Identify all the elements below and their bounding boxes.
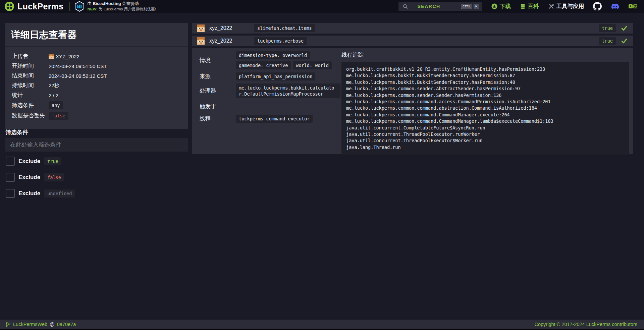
context-badge: gamemode: creative: [236, 61, 291, 69]
search-label: SEARCH: [418, 4, 440, 9]
field-context: 情境 dimension-type: overworld gamemode: c…: [200, 51, 340, 69]
exclude-filters: Exclude true Exclude false Exclude undef…: [6, 157, 75, 205]
log-entry-row[interactable]: xyz_2022 slimefun.cheat.items true: [192, 23, 633, 34]
meta-label: 开始时间: [12, 62, 49, 70]
uploader-value[interactable]: XYZ_2022: [49, 54, 79, 59]
exclude-false-badge: false: [44, 173, 64, 181]
search-icon: [402, 4, 408, 9]
translate-wen-icon: 文: [633, 4, 637, 8]
field-label-processor: 处理器: [200, 87, 236, 95]
filter-mode-badge: any: [49, 101, 63, 109]
footer-repo-link[interactable]: LuckPermsWeb @ 0a70e7a: [5, 322, 76, 327]
discord-link[interactable]: [611, 2, 620, 11]
context-badge: world: world: [293, 61, 332, 69]
search-shortcut: CTRL K: [461, 4, 479, 9]
player-avatar: [197, 24, 205, 32]
trace-line: me.lucko.luckperms.bukkit.BukkitSenderFa…: [346, 79, 624, 86]
trace-line: me.lucko.luckperms.common.command.Comman…: [346, 112, 624, 118]
field-label-thread: 线程: [200, 115, 236, 122]
result-badge: true: [599, 24, 616, 32]
k-key-badge: K: [474, 4, 479, 9]
end-time-value: 2024-03-24 09:52:12 CST: [49, 73, 107, 79]
meta-row-count: 统计 2 / 2: [12, 92, 182, 99]
player-name: xyz_2022: [209, 25, 232, 31]
git-branch-icon: [5, 322, 11, 327]
field-label-context: 情境: [200, 57, 236, 64]
meta-label: 数据是否丢失: [12, 112, 49, 119]
meta-label: 筛选条件: [12, 102, 49, 109]
trace-line: me.lucko.luckperms.common.command.access…: [346, 99, 624, 105]
meta-row-filter: 筛选条件 any: [12, 101, 182, 109]
trace-line: org.bukkit.craftbukkit.v1_20_R3.entity.C…: [346, 66, 624, 72]
exclude-true-badge: true: [44, 157, 61, 165]
exclude-undefined-badge: undefined: [44, 189, 75, 198]
sponsor-line1: 由 BisectHosting 荣誉赞助: [88, 1, 156, 7]
nav-link-tools-label: 工具与应用: [556, 3, 584, 10]
filter-input[interactable]: [5, 138, 188, 152]
page-title: 详细日志查看器: [5, 23, 188, 47]
ctrl-key-badge: CTRL: [461, 4, 472, 9]
sponsor-banner[interactable]: B 由 BisectHosting 荣誉赞助 NEW: 为 LuckPerms …: [74, 1, 156, 12]
exclude-label: Exclude: [18, 190, 40, 197]
nav-link-download[interactable]: 下载: [491, 3, 511, 10]
github-link[interactable]: [593, 2, 602, 11]
meta-label: 持续时间: [12, 82, 49, 89]
trace-line: java.util.concurrent.CompletableFuture$A…: [346, 125, 624, 131]
brand-link[interactable]: LuckPerms: [5, 2, 64, 11]
trace-line: java.util.concurrent.ThreadPoolExecutor$…: [346, 138, 624, 144]
search-box[interactable]: SEARCH CTRL K: [398, 2, 482, 11]
exclude-true-checkbox[interactable]: [6, 157, 15, 166]
footer: LuckPermsWeb @ 0a70e7a Copyright © 2017-…: [0, 320, 644, 329]
exclude-label: Exclude: [18, 158, 40, 165]
permission-badge: luckperms.verbose: [254, 37, 307, 45]
translate-button[interactable]: A 文: [629, 4, 637, 8]
exclude-undefined-checkbox[interactable]: [6, 189, 15, 198]
tools-icon: [548, 3, 554, 9]
uploader-avatar: [49, 54, 54, 59]
luckperms-clover-logo-icon: [5, 2, 14, 11]
meta-row-end-time: 结束时间 2024-03-24 09:52:12 CST: [12, 72, 182, 79]
luckperms-verbose-viewer: LuckPerms B 由 BisectHosting 荣誉赞助 NEW: 为 …: [0, 0, 644, 330]
sponsor-text: 由 BisectHosting 荣誉赞助 NEW: 为 LuckPerms 用户…: [88, 1, 156, 11]
field-triggered: 触发于 –: [200, 103, 340, 110]
trace-line: me.lucko.luckperms.common.command.Comman…: [346, 118, 624, 124]
sponsor-line2: NEW: 为 LuckPerms 用户提供特别优惠!: [88, 7, 156, 11]
player-avatar: [197, 37, 205, 45]
meta-row-start-time: 开始时间 2024-03-24 09:51:50 CST: [12, 62, 182, 70]
nav-link-wiki-label: 百科: [528, 3, 539, 10]
origin-badge: platform_api_has_permission: [236, 72, 315, 80]
duration-value: 22秒: [49, 82, 59, 89]
nav-link-tools[interactable]: 工具与应用: [548, 3, 584, 10]
exclude-undefined-row: Exclude undefined: [6, 189, 75, 198]
detail-fields: 情境 dimension-type: overworld gamemode: c…: [200, 48, 340, 123]
nav-link-download-label: 下载: [500, 3, 511, 10]
footer-copyright: Copyright © 2017-2024 LuckPerms contribu…: [535, 322, 637, 327]
trace-heading: 线程追踪: [341, 51, 629, 59]
truncated-badge: false: [49, 112, 68, 120]
brand-name: LuckPerms: [17, 2, 64, 11]
nav-link-wiki[interactable]: 百科: [520, 3, 539, 10]
count-value: 2 / 2: [49, 93, 58, 98]
log-entry-row[interactable]: xyz_2022 luckperms.verbose true: [192, 36, 633, 46]
trace-section: 线程追踪 org.bukkit.craftbukkit.v1_20_R3.ent…: [341, 48, 629, 155]
exclude-false-row: Exclude false: [6, 173, 75, 182]
player-name: xyz_2022: [209, 38, 232, 44]
exclude-false-checkbox[interactable]: [6, 173, 15, 182]
meta-row-uploader: 上传者 XYZ_2022: [12, 53, 182, 60]
bottom-strip: [0, 329, 644, 330]
exclude-label: Exclude: [18, 174, 40, 181]
field-origin: 来源 platform_api_has_permission: [200, 72, 340, 80]
trace-line: me.lucko.luckperms.bukkit.BukkitSenderFa…: [346, 72, 624, 79]
wiki-book-icon: [520, 3, 526, 9]
uploader-name: XYZ_2022: [56, 54, 79, 59]
field-label-triggered: 触发于: [200, 103, 236, 110]
filter-section-heading: 筛选条件: [5, 128, 28, 136]
download-icon: [491, 3, 497, 9]
field-thread: 线程 luckperms-command-executor: [200, 115, 340, 123]
navbar: LuckPerms B 由 BisectHosting 荣誉赞助 NEW: 为 …: [0, 0, 644, 13]
meta-label: 结束时间: [12, 72, 49, 79]
discord-icon: [611, 2, 620, 11]
check-icon: [621, 38, 628, 44]
svg-text:B: B: [77, 4, 80, 9]
github-icon: [593, 2, 602, 11]
